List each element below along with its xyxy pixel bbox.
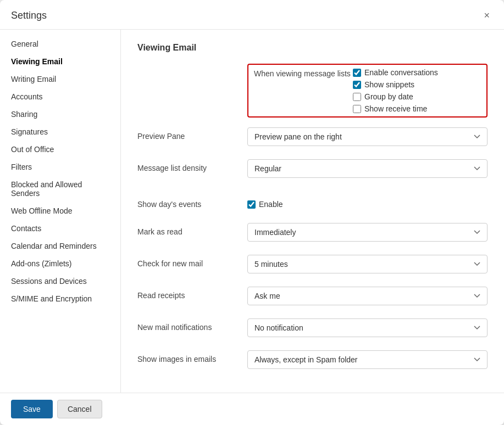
cancel-button[interactable]: Cancel [57,400,102,418]
sidebar-item-accounts[interactable]: Accounts [0,88,120,105]
show-images-label: Show images in emails [137,350,247,364]
save-button[interactable]: Save [11,400,53,418]
message-lists-highlighted: When viewing message lists Enable conver… [247,64,488,118]
dialog-title: Settings [11,10,47,21]
settings-dialog: Settings × General Viewing Email Writing… [0,0,504,425]
sidebar-item-filters[interactable]: Filters [0,158,120,176]
check-new-mail-label: Check for new mail [137,255,247,268]
conversation-options: Enable conversations Show snippets Group… [353,68,438,113]
show-images-dropdown-wrapper: Always, except in Spam folder Always Nev… [247,350,488,369]
new-mail-notifications-dropdown[interactable]: No notification Show a popup Play a soun… [247,318,488,337]
group-by-date-label[interactable]: Group by date [364,92,413,101]
show-images-row: Show images in emails Always, except in … [137,350,488,372]
show-snippets-row: Show snippets [353,80,438,89]
sidebar-item-general[interactable]: General [0,35,120,53]
message-density-label: Message list density [137,159,247,172]
show-images-dropdown[interactable]: Always, except in Spam folder Always Nev… [247,350,488,369]
sidebar-item-contacts[interactable]: Contacts [0,220,120,237]
main-content: Viewing Email When viewing message lists… [121,30,504,393]
mark-as-read-dropdown-wrapper: Immediately After 2 seconds After 5 seco… [247,223,488,242]
message-lists-row: When viewing message lists Enable conver… [137,64,488,118]
show-snippets-label[interactable]: Show snippets [364,80,414,89]
sidebar-item-signatures[interactable]: Signatures [0,123,120,141]
sidebar: General Viewing Email Writing Email Acco… [0,30,121,393]
check-new-mail-dropdown[interactable]: 1 minute 2 minutes 5 minutes 10 minutes … [247,255,488,273]
show-days-events-enable: Enable [247,195,283,209]
new-mail-notifications-row: New mail notifications No notification S… [137,318,488,340]
sidebar-item-blocked-senders[interactable]: Blocked and Allowed Senders [0,176,120,202]
enable-conversations-row: Enable conversations [353,68,438,77]
enable-conversations-checkbox[interactable] [353,69,361,77]
sidebar-item-out-of-office[interactable]: Out of Office [0,141,120,158]
sidebar-item-web-offline[interactable]: Web Offline Mode [0,202,120,220]
section-title: Viewing Email [137,43,488,53]
check-new-mail-row: Check for new mail 1 minute 2 minutes 5 … [137,255,488,277]
group-by-date-checkbox[interactable] [353,93,361,101]
show-receive-time-checkbox[interactable] [353,105,361,113]
sidebar-item-calendar[interactable]: Calendar and Reminders [0,237,120,255]
show-receive-time-label[interactable]: Show receive time [364,104,427,113]
read-receipts-label: Read receipts [137,287,247,300]
message-density-dropdown[interactable]: Regular Compact Comfortable [247,159,488,178]
show-days-events-label: Show day's events [137,195,247,209]
show-snippets-checkbox[interactable] [353,81,361,89]
new-mail-notifications-dropdown-wrapper: No notification Show a popup Play a soun… [247,318,488,337]
dialog-body: General Viewing Email Writing Email Acco… [0,30,504,393]
mark-as-read-label: Mark as read [137,223,247,236]
preview-pane-label: Preview Pane [137,127,247,141]
show-days-events-checkbox[interactable] [247,200,256,209]
sidebar-item-smime[interactable]: S/MIME and Encryption [0,290,120,307]
sidebar-item-viewing-email[interactable]: Viewing Email [0,53,120,70]
show-receive-time-row: Show receive time [353,104,438,113]
message-density-row: Message list density Regular Compact Com… [137,159,488,181]
show-days-events-enable-label[interactable]: Enable [259,200,283,209]
dialog-footer: Save Cancel [0,393,504,425]
check-new-mail-dropdown-wrapper: 1 minute 2 minutes 5 minutes 10 minutes … [247,255,488,273]
sidebar-item-sessions[interactable]: Sessions and Devices [0,272,120,290]
show-days-events-row: Show day's events Enable [137,191,488,213]
preview-pane-dropdown-wrapper: Preview pane on the right Preview pane a… [247,127,488,146]
message-lists-label: When viewing message lists [254,68,353,78]
sidebar-item-addons[interactable]: Add-ons (Zimlets) [0,255,120,272]
read-receipts-dropdown[interactable]: Ask me Always send Never send [247,287,488,305]
new-mail-notifications-label: New mail notifications [137,318,247,332]
read-receipts-dropdown-wrapper: Ask me Always send Never send [247,287,488,305]
mark-as-read-row: Mark as read Immediately After 2 seconds… [137,223,488,245]
sidebar-item-writing-email[interactable]: Writing Email [0,70,120,88]
close-button[interactable]: × [480,9,493,23]
dialog-header: Settings × [0,0,504,30]
enable-conversations-label[interactable]: Enable conversations [364,68,438,77]
preview-pane-dropdown[interactable]: Preview pane on the right Preview pane a… [247,127,488,146]
read-receipts-row: Read receipts Ask me Always send Never s… [137,287,488,309]
group-by-date-row: Group by date [353,92,438,101]
message-density-dropdown-wrapper: Regular Compact Comfortable [247,159,488,178]
mark-as-read-dropdown[interactable]: Immediately After 2 seconds After 5 seco… [247,223,488,242]
preview-pane-row: Preview Pane Preview pane on the right P… [137,127,488,149]
sidebar-item-sharing[interactable]: Sharing [0,105,120,123]
